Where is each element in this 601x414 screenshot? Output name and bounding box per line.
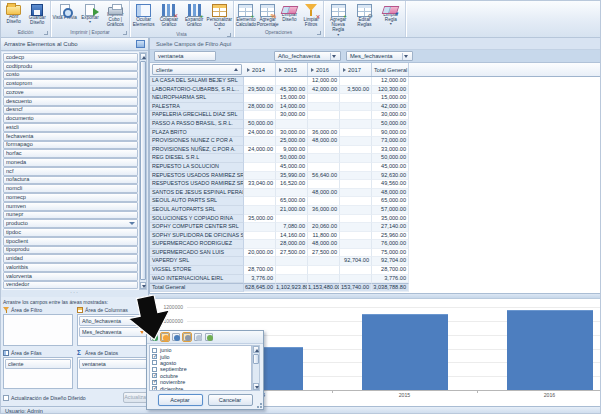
ribbon-button[interactable]: Personalizar Cubo ▾ — [207, 2, 232, 30]
scroll-down-icon[interactable] — [140, 282, 146, 289]
cancel-button[interactable]: Cancelar — [208, 394, 253, 406]
filter-drop-area[interactable]: Suelte Campos de Filtro Aquí — [150, 38, 601, 50]
row-header-cell[interactable]: WAO INTERNACIONAL EIRL — [150, 275, 244, 284]
row-header-cell[interactable]: LABORATORIO-CUBARBS, S.R.L... — [150, 86, 244, 95]
row-header-cell[interactable]: REPUESTO LA SOLUCION — [150, 163, 244, 172]
ribbon-button[interactable]: Abrir Diseño — [2, 2, 26, 28]
field-item[interactable]: horfac — [3, 149, 138, 158]
row-header-cell[interactable]: PASSO A PASSO BRASIL, S.R.L. — [150, 120, 244, 129]
field-item[interactable]: documento — [3, 114, 138, 123]
field-item[interactable]: desncf — [3, 106, 138, 115]
year-column-header[interactable]: 2017 — [340, 63, 372, 76]
field-item[interactable]: nunepr — [3, 211, 138, 220]
filter-active-icon[interactable] — [129, 222, 135, 225]
row-header-cell[interactable]: SANTOS DE JESUS ESPINAL PERALT — [150, 189, 244, 198]
row-header-cell[interactable]: VIGSEL STORE — [150, 266, 244, 275]
ribbon-button[interactable]: + Expandir Gráfico — [182, 2, 207, 30]
row-header-cell[interactable]: REPUESTOS USADOS RAMIREZ SRL — [150, 172, 244, 181]
field-item[interactable]: codecp — [3, 53, 138, 62]
month-checkbox[interactable] — [152, 348, 157, 353]
field-item[interactable]: tipoprodu — [3, 246, 138, 255]
column-field-chip[interactable]: Mes_fechaventa — [346, 51, 413, 61]
dialog-launcher-icon[interactable] — [317, 31, 321, 35]
month-checkbox[interactable] — [152, 360, 157, 365]
scroll-up-icon[interactable] — [253, 346, 259, 353]
resize-grip[interactable] — [257, 403, 262, 408]
field-item[interactable]: ncf — [3, 167, 138, 176]
data-area-box[interactable]: ventaneta — [77, 357, 149, 389]
area-field-chip[interactable]: ventaneta — [79, 359, 147, 369]
field-item[interactable]: vendedor — [3, 281, 138, 290]
filter-area-box[interactable] — [3, 314, 73, 346]
field-dropdown-icon[interactable] — [330, 53, 337, 60]
year-column-header[interactable]: 2015 — [276, 63, 308, 76]
row-header-cell[interactable]: LA CASA DEL SALAMI BEJEY SRL — [150, 77, 244, 86]
field-list-scrollbar[interactable] — [139, 52, 147, 290]
ribbon-button[interactable]: ✕ Limpiar Filtros — [300, 2, 322, 28]
ribbon-button[interactable]: Ocultar Elementos — [131, 2, 156, 30]
field-item[interactable]: codtiprodu — [3, 62, 138, 71]
month-checkbox[interactable]: ✓ — [152, 386, 157, 391]
ribbon-button[interactable]: Limpiar Diseño — [279, 2, 301, 28]
month-checkbox[interactable]: ✓ — [152, 380, 157, 385]
row-header-cell[interactable]: NEUROPHARMA SRL — [150, 94, 244, 103]
field-item[interactable]: moneda — [3, 158, 138, 167]
scrollbar-thumb[interactable] — [253, 354, 259, 364]
row-header-cell[interactable]: SUPERMERCADO SAN LUIS — [150, 249, 244, 258]
custom-filter-icon[interactable] — [194, 333, 202, 341]
field-item[interactable]: valorventa — [3, 272, 138, 281]
field-dropdown-icon[interactable] — [402, 53, 409, 60]
accept-button[interactable]: Aceptar — [158, 394, 203, 406]
ribbon-button[interactable]: + Agregar Nueva Regla ▾ — [325, 2, 351, 36]
ribbon-button[interactable]: + Elemento Calculado — [235, 2, 257, 28]
scrollbar-thumb[interactable] — [140, 61, 146, 280]
row-field-header[interactable]: cliente — [152, 64, 242, 75]
deferred-update-checkbox[interactable] — [3, 395, 9, 401]
field-item[interactable]: nofactura — [3, 176, 138, 185]
row-header-cell[interactable]: SOPHY SUPLIDORA DE OFICINAS SR — [150, 232, 244, 241]
month-checkbox[interactable]: ✓ — [152, 354, 157, 359]
row-header-cell[interactable]: PAPELERIA GRECHELL DIAZ SRL — [150, 111, 244, 120]
row-header-cell[interactable]: REG DIESEL S.R.L — [150, 154, 244, 163]
month-option[interactable]: ✓ diciembre — [152, 385, 251, 391]
row-header-cell[interactable]: SEOUL AUTO PARTS SRL — [150, 197, 244, 206]
field-item[interactable]: numven — [3, 202, 138, 211]
rows-area-box[interactable]: cliente — [3, 357, 73, 389]
ribbon-button[interactable]: ⚙ Editar Reglas — [351, 2, 377, 36]
data-field-chip[interactable]: ventaneta — [154, 51, 216, 61]
field-item[interactable]: producto — [3, 219, 138, 228]
list-filter-icon[interactable] — [183, 333, 191, 341]
scroll-down-icon[interactable] — [253, 383, 259, 390]
row-header-cell[interactable]: PALESTRA — [150, 103, 244, 112]
field-item[interactable]: costoprom — [3, 79, 138, 88]
ribbon-button[interactable]: ✕ Colapsar Gráfico — [156, 2, 181, 30]
row-header-cell[interactable]: VAPERDY SRL — [150, 257, 244, 266]
row-header-cell[interactable]: RESPUESTOS USADO RAMIREZ SRL — [150, 180, 244, 189]
dialog-launcher-icon[interactable] — [123, 31, 127, 35]
row-header-cell[interactable]: SEOUL AUTOPARTS SRL — [150, 206, 244, 215]
dialog-launcher-icon[interactable] — [44, 31, 48, 35]
row-header-cell[interactable]: PROVISIONES NUNEZ C POR A — [150, 137, 244, 146]
group-filter-icon[interactable] — [205, 333, 213, 341]
area-field-chip[interactable]: cliente — [5, 359, 71, 369]
field-item[interactable]: tipoclient — [3, 237, 138, 246]
field-item[interactable]: nomecp — [3, 193, 138, 202]
row-header-cell[interactable]: SUPERMERCADO RODRIGUEZ — [150, 240, 244, 249]
year-column-header[interactable]: 2016 — [308, 63, 340, 76]
ribbon-button[interactable]: Vista Previa — [52, 2, 77, 28]
dialog-launcher-icon[interactable] — [227, 33, 231, 37]
field-item[interactable]: formapago — [3, 141, 138, 150]
popup-scrollbar[interactable] — [252, 345, 260, 391]
row-header-cell[interactable]: PROVISIONES NUÑEZ, C.POR A. — [150, 146, 244, 155]
field-item[interactable]: estcli — [3, 123, 138, 132]
field-item[interactable]: cozove — [3, 88, 138, 97]
year-column-header[interactable]: 2014 — [244, 63, 276, 76]
scroll-up-icon[interactable] — [140, 53, 146, 60]
row-header-cell[interactable]: SOLUCIONES Y COPIADO RINA — [150, 215, 244, 224]
ribbon-button[interactable]: Guardar Diseño — [26, 2, 50, 28]
field-item[interactable]: nomcli — [3, 184, 138, 193]
panel-window-icon[interactable] — [136, 40, 145, 48]
field-item[interactable]: costo — [3, 71, 138, 80]
ribbon-button[interactable]: % Agregar Porcentaje — [257, 2, 279, 28]
column-field-chip[interactable]: Año_fechaventa — [274, 51, 341, 61]
